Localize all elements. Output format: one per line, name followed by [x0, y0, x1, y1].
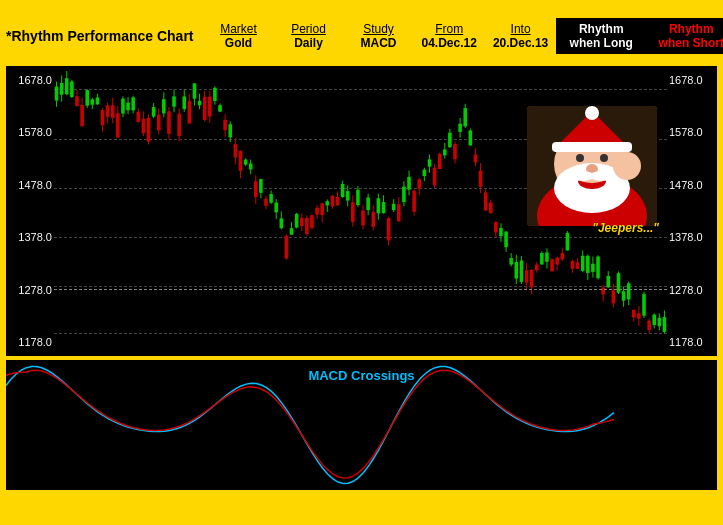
rhythm-long-line2: when Long	[570, 36, 633, 50]
santa-image	[527, 106, 657, 226]
study-col: Study MACD	[344, 22, 414, 50]
rhythm-long-box: Rhythm when Long	[556, 18, 646, 54]
svg-point-8	[600, 154, 608, 162]
price-left-2: 1578.0	[8, 126, 52, 138]
price-right-1: 1678.0	[669, 74, 715, 86]
header-columns: Market Gold Period Daily Study MACD From…	[204, 22, 557, 50]
price-right-4: 1378.0	[669, 231, 715, 243]
price-right-5: 1278.0	[669, 284, 715, 296]
main-chart: 1678.0 1578.0 1478.0 1378.0 1278.0 1178.…	[6, 66, 717, 356]
from-col: From 04.Dec.12	[414, 22, 485, 50]
outer-container: *Rhythm Performance Chart Market Gold Pe…	[0, 0, 723, 525]
into-col: Into 20.Dec.13	[485, 22, 556, 50]
price-left-5: 1278.0	[8, 284, 52, 296]
price-left-1: 1678.0	[8, 74, 52, 86]
price-labels-left: 1678.0 1578.0 1478.0 1378.0 1278.0 1178.…	[6, 66, 54, 356]
market-col: Market Gold	[204, 22, 274, 50]
market-label: Market	[220, 22, 257, 36]
macd-canvas	[6, 360, 619, 490]
into-label: Into	[511, 22, 531, 36]
study-label: Study	[363, 22, 394, 36]
from-value: 04.Dec.12	[422, 36, 477, 50]
price-left-4: 1378.0	[8, 231, 52, 243]
market-value: Gold	[225, 36, 252, 50]
price-right-2: 1578.0	[669, 126, 715, 138]
period-value: Daily	[294, 36, 323, 50]
chart-title: *Rhythm Performance Chart	[6, 28, 204, 44]
rhythm-long-line1: Rhythm	[579, 22, 624, 36]
rhythm-short-line2: when Short	[659, 36, 723, 50]
rhythm-short-line1: Rhythm	[669, 22, 714, 36]
rhythm-short-box: Rhythm when Short	[646, 18, 723, 54]
into-value: 20.Dec.13	[493, 36, 548, 50]
price-left-3: 1478.0	[8, 179, 52, 191]
svg-point-12	[613, 152, 641, 180]
price-right-6: 1178.0	[669, 336, 715, 348]
from-label: From	[435, 22, 463, 36]
svg-point-5	[585, 106, 599, 120]
jeepers-label: "Jeepers..."	[592, 221, 659, 235]
price-labels-right: 1678.0 1578.0 1478.0 1378.0 1278.0 1178.…	[667, 66, 717, 356]
svg-rect-4	[552, 142, 632, 152]
period-col: Period Daily	[274, 22, 344, 50]
price-right-3: 1478.0	[669, 179, 715, 191]
macd-chart: MACD Crossings	[6, 360, 717, 490]
svg-point-14	[590, 171, 614, 181]
svg-point-7	[576, 154, 584, 162]
support-line	[54, 289, 667, 290]
study-value: MACD	[361, 36, 397, 50]
price-left-6: 1178.0	[8, 336, 52, 348]
period-label: Period	[291, 22, 326, 36]
santa-svg	[527, 106, 657, 226]
header: *Rhythm Performance Chart Market Gold Pe…	[6, 6, 717, 66]
